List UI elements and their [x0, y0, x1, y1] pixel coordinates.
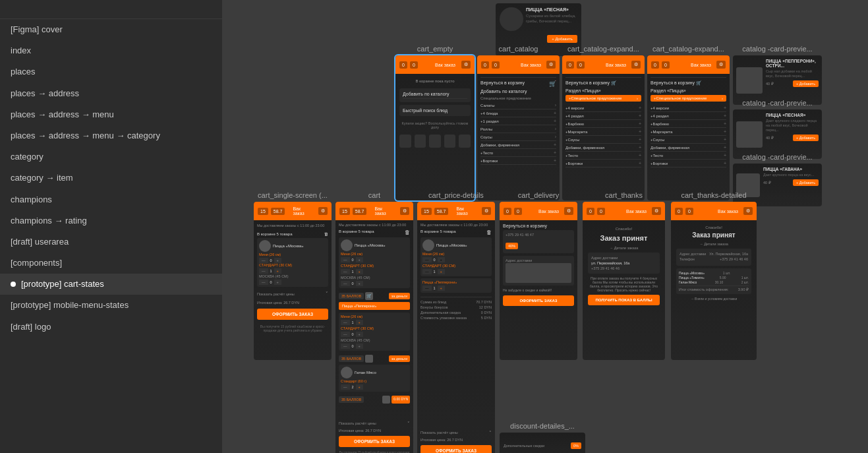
frame-label-catalog-card2: catalog -card-previe... [742, 99, 812, 107]
frame-group-cart-delivery: cart_delivery 0 0 Вак заказ ⚙ Вернуться … [500, 191, 577, 360]
frame-thumb-cart-catalog-expand2[interactable]: 0 0 Вак заказ ⚙ Вернуться в корзину 🛒 Ра… [647, 55, 730, 200]
frame-group-cart-single-screen: cart_single-screen (... 15 58.7 Вак зака… [254, 191, 332, 360]
sidebar-item-label: category [11, 151, 43, 163]
sidebar-item-places-address-menu[interactable]: places → address → menu [0, 104, 222, 125]
sidebar-items-list: [Figma] coverindexplacesplaces → address… [0, 19, 222, 453]
sidebar-item-label: category → item [11, 172, 73, 184]
frame-thumb-cart-thanks-detailed[interactable]: 0 0 Вак заказ ⚙ Спасибо! Заказ принят → … [671, 202, 757, 360]
frame-thumb-cart-empty[interactable]: 0 0 Вак заказ ⚙ В корзине пока пусто Доб… [395, 55, 475, 200]
frame-thumb-discount[interactable]: Дополнительные скидки 0% [500, 433, 585, 453]
frame-label-cart-single: cart_single-screen (... [258, 191, 328, 199]
frame-group-cart-catalog-expand2: cart_catalog-expand... 0 0 Вак заказ ⚙ В… [647, 45, 730, 200]
sidebar-item-champions[interactable]: champions [0, 189, 222, 210]
frame-thumb-cart-catalog[interactable]: 0 0 Вак заказ ⚙ Вернуться в корзину🛒 Доб… [477, 55, 560, 200]
frame-label-discount: discount-detailes_... [510, 422, 575, 430]
frame-label-catalog-card1: catalog -card-previe... [742, 45, 812, 53]
sidebar-header [0, 0, 222, 19]
canvas-area[interactable]: ПИЦЦА «ПЕСНАЯ» Сухарики из белой хлебца,… [222, 0, 868, 453]
frame-label-cart: cart [368, 191, 380, 199]
sidebar: [Figma] coverindexplacesplaces → address… [0, 0, 222, 453]
frame-group-cart-thanks: cart_thanks 0 0 Вак заказ ⚙ Спасибо! Зак… [583, 191, 665, 360]
frame-label-cart-price: cart_price-details [428, 191, 484, 199]
frame-label-cart-catalog: cart_catalog [499, 45, 538, 53]
frame-group-catalog-card2: catalog -card-previe... ПИЦЦА «ПЕСНАЯ» Д… [733, 99, 822, 159]
sidebar-item-label: [Figma] cover [11, 24, 63, 36]
frame-group-cart-catalog: cart_catalog 0 0 Вак заказ ⚙ Вернуться в… [477, 45, 560, 200]
sidebar-item-label: champions [11, 194, 52, 206]
sidebar-item-label: [prototype] mobile-menu-states [11, 299, 129, 311]
sidebar-item-label: places → address [11, 88, 79, 100]
sidebar-item-label: champions → rating [11, 215, 87, 227]
frame-label-catalog-card3: catalog -card-previe... [742, 153, 812, 161]
frame-thumb-catalog-card1[interactable]: ПИЦЦА «ПЕППЕРОНИ», ОСТРИ... Сыр нал доба… [733, 55, 822, 105]
sidebar-item-prototype-cart-states[interactable]: [prototype] cart-states [0, 274, 222, 295]
frame-group-cart-thanks-detailed: cart_thanks-detailed 0 0 Вак заказ ⚙ Спа… [671, 191, 757, 360]
sidebar-item-label: places → address → menu [11, 109, 114, 121]
canvas-content: ПИЦЦА «ПЕСНАЯ» Сухарики из белой хлебца,… [222, 0, 868, 453]
frame-thumb-cart-catalog-expand1[interactable]: 0 0 Вак заказ ⚙ Вернуться в корзину 🛒 Ра… [562, 55, 645, 200]
sidebar-item-label: index [11, 45, 31, 57]
frame-thumb-cart-delivery[interactable]: 0 0 Вак заказ ⚙ Вернуться в корзину +375… [500, 202, 577, 360]
frame-label-cart-delivery: cart_delivery [518, 191, 559, 199]
frame-label-cart-catalog-expand1: cart_catalog-expand... [567, 45, 639, 53]
frame-group-cart: cart 15 58.7 Вак заказ ⚙ Мы доставляем з… [335, 191, 413, 453]
frame-group-cart-empty: cart_empty 0 0 Вак заказ ⚙ В корзине пок… [395, 45, 475, 200]
frame-label-cart-empty: cart_empty [417, 45, 453, 53]
sidebar-item-category[interactable]: category [0, 146, 222, 167]
frame-thumb-cart[interactable]: 15 58.7 Вак заказ ⚙ Мы доставляем заказы… [335, 202, 413, 453]
frame-label-cart-thanks: cart_thanks [605, 191, 643, 199]
sidebar-item-places-address[interactable]: places → address [0, 83, 222, 104]
sidebar-item-figma-cover[interactable]: [Figma] cover [0, 19, 222, 40]
sidebar-item-prototype-mobile-menu-states[interactable]: [prototype] mobile-menu-states [0, 295, 222, 316]
sidebar-item-draft-userarea[interactable]: [draft] userarea [0, 231, 222, 253]
sidebar-item-places[interactable]: places [0, 61, 222, 82]
sidebar-item-label: [draft] userarea [11, 236, 69, 248]
frame-label-cart-catalog-expand2: cart_catalog-expand... [652, 45, 724, 53]
sidebar-item-label: [draft] logo [11, 321, 51, 333]
active-indicator [11, 282, 16, 287]
sidebar-item-label: places → address → menu → category [11, 130, 160, 142]
sidebar-item-label: [prototype] cart-states [21, 278, 104, 290]
frame-thumb-cart-thanks[interactable]: 0 0 Вак заказ ⚙ Спасибо! Заказ принят → … [583, 202, 665, 360]
sidebar-item-champions-rating[interactable]: champions → rating [0, 210, 222, 231]
frame-thumb-catalog-card2[interactable]: ПИЦЦА «ПЕСНАЯ» Дает крупного сладкого пе… [733, 109, 822, 159]
frame-thumb-cart-single[interactable]: 15 58.7 Вак заказ ⚙ Мы доставляем заказы… [254, 202, 332, 360]
sidebar-item-label: [components] [11, 257, 62, 269]
frame-thumb-cart-price[interactable]: 15 58.7 Вак заказ ⚙ Мы доставляем заказы… [417, 202, 495, 453]
sidebar-item-label: places [11, 66, 36, 78]
frame-group-catalog-card1: catalog -card-previe... ПИЦЦА «ПЕППЕРОНИ… [733, 45, 822, 105]
sidebar-item-places-address-menu-category[interactable]: places → address → menu → category [0, 125, 222, 146]
frame-group-cart-catalog-expand1: cart_catalog-expand... 0 0 Вак заказ ⚙ В… [562, 45, 645, 200]
frame-group-discount: discount-detailes_... Дополнительные ски… [500, 422, 585, 453]
sidebar-item-category-item[interactable]: category → item [0, 167, 222, 189]
frame-group-cart-price: cart_price-details 15 58.7 Вак заказ ⚙ М… [417, 191, 495, 453]
frame-label-cart-thanks-detailed: cart_thanks-detailed [681, 191, 746, 199]
sidebar-item-components[interactable]: [components] [0, 253, 222, 274]
sidebar-item-draft-logo[interactable]: [draft] logo [0, 317, 222, 338]
sidebar-item-index[interactable]: index [0, 40, 222, 61]
